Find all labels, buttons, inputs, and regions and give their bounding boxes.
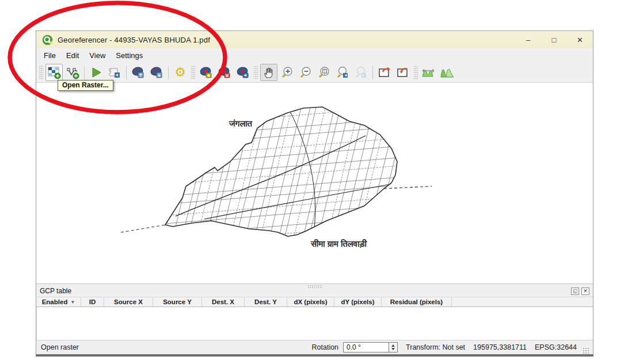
menu-file[interactable]: File — [39, 49, 61, 62]
generate-gdal-script-button[interactable] — [106, 64, 123, 81]
move-point-button[interactable] — [234, 64, 252, 81]
link-georeferencer-to-qgis-icon — [378, 66, 391, 79]
add-point-button[interactable] — [197, 64, 215, 81]
sort-indicator-icon: ▼ — [70, 300, 75, 305]
undock-panel-button[interactable]: ◱ — [571, 288, 579, 295]
column-header-dest-y[interactable]: Dest. Y — [245, 297, 287, 306]
coordinate-readout: 195975,3381711 — [473, 343, 527, 351]
column-header-source-x[interactable]: Source X — [104, 297, 153, 306]
save-gcp-points-button[interactable] — [148, 64, 165, 81]
toolbar-separator — [126, 66, 127, 79]
toolbar-drag-handle[interactable] — [414, 65, 418, 80]
gcp-panel-title: GCP table — [40, 287, 71, 295]
toolbar-drag-handle[interactable] — [191, 65, 195, 80]
histogram-full-stretch-button[interactable] — [420, 64, 437, 81]
close-icon: ✕ — [577, 36, 583, 44]
rotation-input[interactable]: 0.0 ° — [343, 342, 389, 352]
close-panel-button[interactable]: ✕ — [581, 288, 589, 295]
toolbar-drag-handle[interactable] — [39, 65, 43, 80]
gcp-table-panel: GCP table ◱ ✕ Enabled ▼ ID Source X — [36, 283, 593, 340]
crs-readout: EPSG:32644 — [535, 343, 577, 351]
menu-edit[interactable]: Edit — [61, 49, 84, 62]
zoom-out-button[interactable] — [297, 64, 314, 81]
map-label-jangalat: जंगलात — [229, 118, 252, 129]
open-vector-button[interactable] — [64, 64, 81, 81]
toolbar-separator — [84, 66, 85, 79]
histogram-local-stretch-button[interactable] — [439, 64, 456, 81]
gcp-table-header: Enabled ▼ ID Source X Source Y Dest. X D… — [36, 297, 593, 307]
zoom-in-icon — [280, 66, 294, 79]
panel-splitter-handle[interactable] — [307, 285, 322, 288]
generate-gdal-script-icon — [108, 66, 121, 79]
raster-map-image — [118, 101, 440, 248]
map-label-seema-gram: सीमा ग्राम तिलवाड़ी — [311, 239, 367, 249]
zoom-last-button[interactable] — [334, 64, 351, 81]
column-header-dx[interactable]: dX (pixels) — [287, 297, 334, 306]
delete-point-icon — [218, 66, 231, 79]
column-header-residual[interactable]: Residual (pixels) — [382, 297, 452, 306]
start-georeferencing-button[interactable] — [87, 64, 105, 81]
open-raster-icon — [47, 66, 61, 79]
link-georeferencer-to-qgis-button[interactable] — [376, 64, 393, 81]
window-resize-grip[interactable] — [583, 347, 589, 354]
toolbar-separator — [168, 66, 169, 79]
link-qgis-to-georeferencer-icon — [396, 66, 410, 79]
column-header-enabled[interactable]: Enabled ▼ — [36, 297, 81, 306]
georeferencer-window: Georeferencer - 44935-VAYAS BHUDA 1.pdf … — [36, 30, 593, 357]
zoom-in-button[interactable] — [279, 64, 296, 81]
column-header-source-y[interactable]: Source Y — [153, 297, 202, 306]
spin-up-icon — [391, 344, 395, 347]
zoom-out-icon — [299, 66, 313, 79]
zoom-last-icon — [336, 66, 349, 79]
toolbar-separator — [372, 66, 373, 79]
minimize-icon: – — [526, 36, 530, 44]
map-canvas[interactable]: जंगलात सीमा ग्राम तिलवाड़ी — [36, 83, 593, 283]
move-point-icon — [236, 66, 250, 79]
pan-button[interactable] — [260, 64, 277, 81]
load-gcp-points-button[interactable] — [130, 64, 147, 81]
save-gcp-points-icon — [150, 66, 163, 79]
delete-point-button[interactable] — [216, 64, 233, 81]
start-georeferencing-icon — [89, 66, 103, 79]
transform-status: Transform: Not set — [406, 343, 465, 351]
menu-view[interactable]: View — [84, 49, 111, 62]
title-bar[interactable]: Georeferencer - 44935-VAYAS BHUDA 1.pdf … — [36, 31, 593, 48]
rotation-spinner[interactable] — [389, 342, 398, 352]
window-title: Georeferencer - 44935-VAYAS BHUDA 1.pdf — [58, 36, 210, 44]
zoom-next-icon — [354, 66, 368, 79]
load-gcp-points-icon — [131, 66, 145, 79]
menu-bar: File Edit View Settings — [36, 48, 593, 62]
add-point-icon — [199, 66, 213, 79]
status-message: Open raster — [41, 343, 79, 351]
minimize-button[interactable]: – — [515, 31, 541, 48]
spin-down-icon — [391, 348, 395, 350]
rotation-label: Rotation — [312, 343, 339, 351]
close-button[interactable]: ✕ — [567, 31, 593, 48]
zoom-to-layer-button[interactable] — [315, 64, 333, 81]
close-panel-icon: ✕ — [583, 289, 588, 294]
column-header-dest-x[interactable]: Dest. X — [202, 297, 245, 306]
link-qgis-to-georeferencer-button[interactable] — [394, 64, 412, 81]
menu-settings[interactable]: Settings — [111, 49, 148, 62]
maximize-icon: □ — [552, 36, 557, 44]
status-bar: Open raster Rotation 0.0 ° Transform: No… — [36, 340, 593, 354]
transformation-settings-icon: ⚙ — [174, 66, 186, 79]
maximize-button[interactable]: □ — [541, 31, 567, 48]
open-vector-icon — [66, 66, 79, 79]
zoom-next-button[interactable] — [352, 64, 370, 81]
toolbar: ⚙ — [36, 62, 593, 83]
transformation-settings-button[interactable]: ⚙ — [172, 64, 189, 81]
gcp-table-body[interactable] — [36, 307, 593, 340]
zoom-to-layer-icon — [317, 66, 331, 79]
histogram-full-stretch-icon — [421, 66, 436, 79]
undock-panel-icon: ◱ — [573, 289, 578, 294]
column-header-id[interactable]: ID — [81, 297, 104, 306]
histogram-local-stretch-icon — [440, 66, 455, 79]
toolbar-drag-handle[interactable] — [254, 65, 258, 80]
pan-hand-icon — [262, 66, 276, 79]
open-raster-button[interactable] — [45, 64, 63, 81]
open-raster-tooltip: Open Raster... — [58, 80, 113, 91]
qgis-logo-icon — [42, 35, 53, 45]
column-header-dy[interactable]: dY (pixels) — [334, 297, 382, 306]
